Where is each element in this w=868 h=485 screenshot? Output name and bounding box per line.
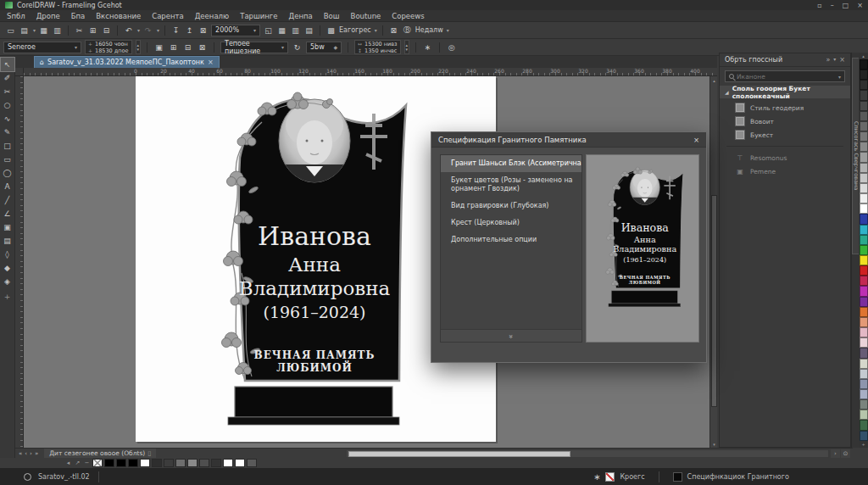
color-swatch[interactable] <box>860 121 868 131</box>
preview-mode-button[interactable]: ◎ <box>446 42 457 53</box>
previous-page-button[interactable]: ‹ <box>25 450 27 457</box>
page-layout-button[interactable]: ▣ <box>153 42 164 53</box>
crop-tool[interactable]: ✂ <box>1 85 14 98</box>
horizontal-scroll-thumb[interactable] <box>348 451 570 457</box>
color-swatch[interactable] <box>860 348 868 358</box>
color-swatch[interactable] <box>860 410 868 420</box>
table-tool[interactable]: ▤ <box>1 234 14 248</box>
menu-item[interactable]: Вкснование <box>96 12 141 20</box>
palette-expand-icon[interactable]: + <box>861 441 865 448</box>
scroll-right-button[interactable]: › <box>831 449 840 458</box>
document-tab[interactable]: ⌂ Saratov_v_31.03.2022 МеяпоеПС_Пакоптон… <box>34 56 220 68</box>
color-swatch[interactable] <box>860 379 868 389</box>
color-swatch[interactable] <box>860 70 868 80</box>
color-swatch[interactable] <box>860 307 868 317</box>
add-tool-button[interactable]: + <box>4 293 11 301</box>
app-launcher-icon[interactable]: ⊠ <box>388 25 399 36</box>
palette-scroll-up-icon[interactable]: ▴ <box>862 53 865 59</box>
docker-close-icon[interactable]: × <box>839 56 845 64</box>
menu-item[interactable]: Сарента <box>152 12 184 20</box>
doc-color-swatch[interactable] <box>152 459 162 467</box>
color-swatch[interactable] <box>860 142 868 152</box>
color-swatch[interactable] <box>860 163 868 173</box>
dimension-tool[interactable]: ∠ <box>1 207 14 220</box>
image-frame-tool[interactable]: ▣ <box>1 220 14 234</box>
color-swatch[interactable] <box>860 297 868 307</box>
doc-color-swatch[interactable] <box>128 459 138 467</box>
cut-button[interactable]: ✂ <box>74 25 85 36</box>
doc-color-swatch[interactable] <box>164 459 174 467</box>
color-swatch[interactable] <box>860 327 868 337</box>
doc-color-swatch[interactable] <box>223 459 233 467</box>
welcome-label[interactable]: Недалw <box>415 26 443 34</box>
units-select[interactable]: Тепоее пишезние ▾ <box>220 42 288 53</box>
welcome-screen-icon[interactable]: Ⓑ <box>402 25 413 36</box>
export-button[interactable]: ↥ <box>184 25 195 36</box>
zoom-level-select[interactable]: 2000% ▾ <box>211 25 260 36</box>
interactive-fill-tool[interactable]: ◈ <box>1 275 14 288</box>
rotate-button[interactable]: ↻ <box>292 42 303 53</box>
horizontal-scrollbar[interactable] <box>346 449 829 458</box>
color-swatch[interactable] <box>860 152 868 162</box>
spec-item-engraving[interactable]: Вид гравировки (Глубокая) <box>441 198 581 215</box>
docker-filter-icon[interactable]: ▾ <box>833 56 836 64</box>
zoom-scroll-button[interactable]: ⊙ <box>841 449 850 458</box>
last-page-button[interactable]: » <box>35 450 38 457</box>
filter-icon[interactable]: ▾ <box>838 74 841 80</box>
page-tab[interactable]: Дит сезегонее овоое (Облts) ▯ <box>44 449 156 458</box>
freehand-tool[interactable]: ✎ <box>1 125 14 139</box>
snap-caret-icon[interactable]: ▾ <box>375 27 377 33</box>
spec-item-cross[interactable]: Крест (Церковный) <box>441 215 581 231</box>
open-caret-icon[interactable]: ▾ <box>33 27 36 33</box>
color-swatch[interactable] <box>860 265 868 276</box>
search-input[interactable] <box>737 73 836 81</box>
color-swatch[interactable] <box>860 245 868 255</box>
color-swatch[interactable] <box>860 235 868 245</box>
style-item-vovoit[interactable]: Вовоит <box>720 114 850 128</box>
color-swatch[interactable] <box>860 286 868 296</box>
style-item-resomonus[interactable]: ⊤ Resomonus <box>720 151 850 164</box>
color-swatch[interactable] <box>860 255 868 265</box>
paste-button[interactable]: ⊟ <box>101 25 112 36</box>
restore-icon[interactable]: ▫ <box>817 2 821 9</box>
save-button[interactable]: ▦ <box>38 25 49 36</box>
undo-button[interactable]: ↶ <box>123 25 134 36</box>
maximize-button[interactable]: □ <box>843 2 849 9</box>
show-rulers-button[interactable]: ▦ <box>276 25 287 36</box>
color-swatch[interactable] <box>860 431 868 441</box>
eraser-tool[interactable]: ◊ <box>1 248 14 261</box>
spin-down-icon[interactable]: ▾ <box>137 47 140 52</box>
doc-color-swatch[interactable] <box>199 459 209 467</box>
scroll-down-icon[interactable]: ▾ <box>710 440 717 448</box>
pick-tool[interactable]: ↖ <box>1 58 14 71</box>
object-size-fields[interactable]: ↔15300 нивз ↕1350 инчвс <box>354 40 401 54</box>
color-swatch[interactable] <box>860 131 868 142</box>
color-swatch[interactable] <box>860 59 868 70</box>
show-guidelines-button[interactable]: ▤ <box>303 25 314 36</box>
show-grid-button[interactable]: ▥ <box>290 25 301 36</box>
tree-expand-icon[interactable]: ◢ <box>725 89 729 95</box>
monument-artwork[interactable]: Иванова Анна Владимировна (1961–2024) ВЕ… <box>216 88 411 427</box>
menu-item[interactable]: Денпа <box>289 12 313 20</box>
preset-select[interactable]: Seneroe ▾ <box>3 42 81 53</box>
color-swatch[interactable] <box>860 80 868 90</box>
group-button[interactable]: ⊟ <box>182 42 193 53</box>
color-swatch[interactable] <box>860 173 868 183</box>
snap-to-label[interactable]: Еагогрес <box>339 26 371 34</box>
print-button[interactable]: ▥ <box>52 25 63 36</box>
palette-prev-icon[interactable]: ◂ <box>64 460 72 466</box>
first-page-button[interactable]: « <box>19 450 22 457</box>
menu-item[interactable]: Вош <box>324 12 340 20</box>
color-swatch[interactable] <box>860 317 868 327</box>
color-swatch[interactable] <box>860 193 868 203</box>
color-swatch[interactable] <box>860 203 868 214</box>
doc-color-swatch[interactable] <box>247 459 257 467</box>
settings-button[interactable]: ∗ <box>422 42 433 53</box>
rectangle-tool[interactable]: □ <box>1 139 14 153</box>
color-swatch[interactable] <box>860 389 868 399</box>
style-item-bouquet[interactable]: Букест <box>720 128 850 142</box>
doc-color-swatch[interactable] <box>235 459 245 467</box>
menu-item[interactable]: Sпбл <box>7 12 25 20</box>
doc-color-swatch[interactable] <box>104 459 114 467</box>
ungroup-button[interactable]: ⊠ <box>197 42 208 53</box>
